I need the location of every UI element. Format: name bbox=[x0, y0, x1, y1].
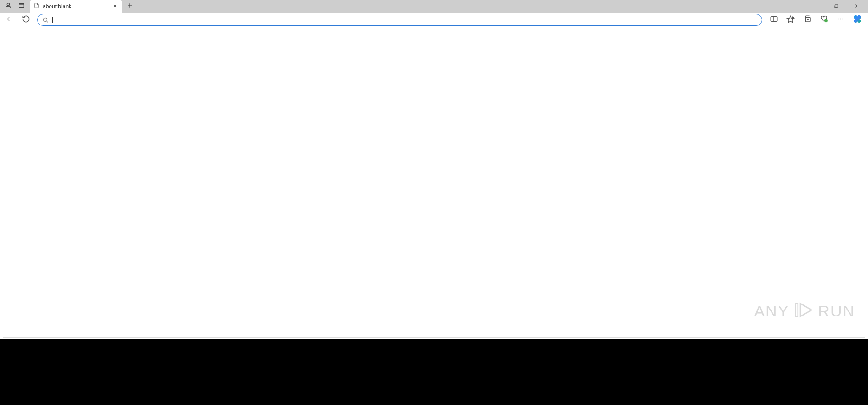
collections-button[interactable] bbox=[799, 13, 815, 27]
toolbar bbox=[0, 13, 868, 27]
settings-more-button[interactable] bbox=[833, 13, 849, 27]
address-bar[interactable] bbox=[37, 14, 762, 26]
profile-button[interactable] bbox=[2, 0, 15, 13]
window-controls bbox=[804, 0, 868, 13]
star-icon bbox=[786, 15, 795, 25]
browser-essentials-icon bbox=[820, 15, 828, 25]
minimize-icon bbox=[812, 2, 817, 11]
svg-point-24 bbox=[840, 18, 841, 19]
page-content bbox=[3, 27, 865, 338]
browser-tab[interactable]: about:blank bbox=[30, 0, 122, 13]
address-input[interactable] bbox=[57, 16, 757, 23]
split-screen-button[interactable] bbox=[766, 13, 782, 27]
copilot-button[interactable] bbox=[849, 13, 865, 27]
svg-point-23 bbox=[838, 18, 839, 19]
maximize-button[interactable] bbox=[825, 0, 847, 13]
close-icon bbox=[113, 3, 117, 10]
toolbar-right bbox=[766, 13, 865, 27]
favorites-button[interactable] bbox=[783, 13, 798, 27]
browser-essentials-button[interactable] bbox=[816, 13, 832, 27]
refresh-button[interactable] bbox=[19, 13, 33, 27]
tab-actions-icon bbox=[18, 2, 25, 11]
svg-point-0 bbox=[7, 3, 9, 5]
svg-point-12 bbox=[43, 18, 47, 21]
svg-line-13 bbox=[46, 21, 48, 22]
minimize-button[interactable] bbox=[804, 0, 825, 13]
back-icon bbox=[6, 15, 14, 25]
back-button[interactable] bbox=[3, 13, 18, 27]
text-cursor bbox=[52, 17, 53, 23]
new-tab-button[interactable] bbox=[123, 0, 136, 13]
svg-rect-8 bbox=[835, 4, 837, 7]
collections-icon bbox=[803, 15, 811, 25]
svg-rect-1 bbox=[19, 3, 24, 7]
tab-strip-left: about:blank bbox=[2, 0, 136, 13]
page-icon bbox=[33, 2, 40, 10]
window-close-button[interactable] bbox=[847, 0, 868, 13]
tab-actions-button[interactable] bbox=[15, 0, 28, 13]
profile-icon bbox=[5, 2, 12, 11]
refresh-icon bbox=[22, 15, 30, 25]
search-icon bbox=[42, 17, 49, 23]
svg-point-25 bbox=[842, 18, 843, 19]
maximize-icon bbox=[834, 2, 839, 11]
plus-icon bbox=[127, 2, 133, 11]
more-icon bbox=[836, 15, 845, 25]
tab-close-button[interactable] bbox=[111, 3, 119, 10]
split-screen-icon bbox=[770, 15, 778, 25]
window-close-icon bbox=[855, 2, 860, 11]
svg-point-22 bbox=[825, 19, 827, 22]
bottom-black-area bbox=[0, 339, 868, 405]
tab-title: about:blank bbox=[43, 3, 108, 10]
tab-strip: about:blank bbox=[0, 0, 868, 13]
copilot-icon bbox=[852, 14, 862, 26]
